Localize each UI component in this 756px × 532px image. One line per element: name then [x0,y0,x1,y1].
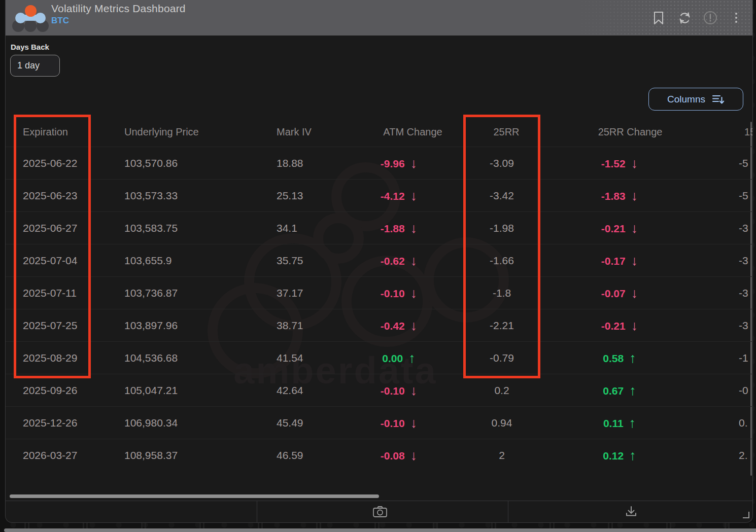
cell-25rr: -3.42 [447,190,557,202]
bottom-panel-scrollbar[interactable] [4,528,756,532]
cell-25rr-change: -1.83↓ [557,188,682,203]
cell-15rr: -1 [682,352,753,364]
cell-25rr-change: -0.21↓ [557,317,682,333]
horizontal-scrollbar[interactable] [10,494,379,498]
table-row[interactable]: 2025-08-29104,536.6841.540.00↑-0.790.58↑… [6,341,753,374]
cell-mark-iv: 45.49 [264,417,351,429]
up-arrow-icon: ↑ [629,415,636,431]
cell-25rr: -3.09 [447,157,557,169]
cell-25rr: -0.79 [447,352,557,364]
bookmark-icon[interactable] [651,11,666,25]
down-arrow-icon: ↓ [410,383,418,398]
cell-15rr: 2. [682,449,753,462]
cell-25rr-change: -1.52↓ [557,155,682,171]
cell-25rr: -1.66 [447,255,557,267]
widget-footer [6,501,752,522]
cell-25rr: 0.94 [447,417,557,429]
cell-atm-change: -0.62↓ [351,253,447,268]
cell-mark-iv: 38.71 [264,320,351,332]
table-row[interactable]: 2025-09-26105,047.2142.64-0.10↓0.20.67↑-… [6,374,753,406]
col-header-underlying-price[interactable]: Underlying Price [112,126,264,138]
cell-25rr: -1.98 [447,222,557,234]
up-arrow-icon: ↑ [629,383,636,398]
cell-expiration: 2025-06-22 [6,157,112,169]
down-arrow-icon: ↓ [410,448,418,463]
cell-mark-iv: 35.75 [264,255,351,267]
widget-titlebar: Volatility Metrics Dashboard BTC [6,0,752,36]
resize-corner-icon[interactable] [743,512,749,518]
col-header-15rr[interactable]: 15 [682,126,753,138]
cell-expiration: 2025-07-04 [6,255,112,267]
cell-expiration: 2025-07-11 [6,287,112,299]
kebab-menu-icon[interactable] [729,11,743,25]
columns-button-label: Columns [667,94,705,105]
volatility-table: Expiration Underlying Price Mark IV ATM … [6,118,753,471]
cell-expiration: 2025-09-26 [6,384,112,397]
cell-expiration: 2025-06-27 [6,222,112,234]
up-arrow-icon: ↑ [629,350,636,366]
table-row[interactable]: 2025-07-25103,897.9638.71-0.42↓-2.21-0.2… [6,309,753,341]
columns-button[interactable]: Columns [648,88,743,111]
cell-atm-change: -0.10↓ [351,285,447,301]
days-back-select[interactable]: 1 day [10,55,60,77]
table-row[interactable]: 2025-07-04103,655.935.75-0.62↓-1.66-0.17… [6,244,753,276]
cell-atm-change: -9.96↓ [351,155,447,171]
table-header-row: Expiration Underlying Price Mark IV ATM … [6,118,753,147]
cell-mark-iv: 34.1 [264,222,351,234]
cell-mark-iv: 42.64 [264,384,351,397]
amberdata-logo-icon [12,4,49,32]
cell-underlying-price: 103,655.9 [112,255,264,267]
table-row[interactable]: 2025-06-27103,583.7534.1-1.88↓-1.98-0.21… [6,211,753,244]
cell-25rr-change: -0.21↓ [557,220,682,236]
cell-underlying-price: 103,583.75 [112,222,264,234]
cell-mark-iv: 46.59 [264,449,351,462]
table-row[interactable]: 2025-06-22103,570.8618.88-9.96↓-3.09-1.5… [6,147,753,179]
refresh-icon[interactable] [677,11,692,25]
cell-15rr: -3 [682,287,753,299]
down-arrow-icon: ↓ [410,286,418,301]
cell-25rr-change: -0.17↓ [557,253,682,268]
up-arrow-icon: ↑ [629,448,636,463]
col-header-mark-iv[interactable]: Mark IV [264,126,351,138]
cell-atm-change: -0.10↓ [351,382,447,398]
camera-icon[interactable] [371,503,389,520]
down-arrow-icon: ↓ [631,253,638,268]
download-icon[interactable] [623,503,640,520]
cell-15rr: -3 [682,320,753,332]
column-filter-icon [711,93,725,105]
cell-15rr: 0. [682,417,753,429]
col-header-atm-change[interactable]: ATM Change [351,126,447,138]
down-arrow-icon: ↓ [631,318,638,333]
cell-25rr: -1.8 [447,287,557,299]
cell-15rr: -3 [682,222,753,234]
col-header-expiration[interactable]: Expiration [6,126,112,138]
cell-expiration: 2025-12-26 [6,417,112,429]
col-header-25rr[interactable]: 25RR [447,126,557,138]
cell-underlying-price: 103,573.33 [112,190,264,202]
down-arrow-icon: ↓ [410,253,418,268]
cell-atm-change: -0.08↓ [351,447,447,463]
cell-mark-iv: 18.88 [264,157,351,169]
cell-atm-change: -1.88↓ [351,220,447,236]
cell-expiration: 2025-06-23 [6,190,112,202]
days-back-label: Days Back [11,43,49,51]
cell-15rr: -3 [682,255,753,267]
table-row[interactable]: 2025-06-23103,573.3325.13-4.12↓-3.42-1.8… [6,179,753,211]
table-row[interactable]: 2025-12-26106,980.3445.49-0.10↓0.940.11↑… [6,406,753,439]
cell-25rr: 2 [447,449,557,462]
cell-expiration: 2025-07-25 [6,320,112,332]
cell-15rr: -5 [682,157,753,169]
cell-expiration: 2025-08-29 [6,352,112,364]
down-arrow-icon: ↓ [631,286,638,301]
cell-atm-change: -4.12↓ [351,188,447,203]
alert-icon[interactable] [703,11,717,25]
col-header-25rr-change[interactable]: 25RR Change [557,126,682,138]
cell-25rr-change: 0.58↑ [557,350,682,366]
table-row[interactable]: 2025-07-11103,736.8737.17-0.10↓-1.8-0.07… [6,276,753,309]
cell-underlying-price: 106,980.34 [112,417,264,429]
cell-underlying-price: 104,536.68 [112,352,264,364]
table-row[interactable]: 2026-03-27108,958.3746.59-0.08↓20.12↑2. [6,439,753,471]
screen: Volatility Metrics Dashboard BTC [0,0,756,532]
cell-mark-iv: 37.17 [264,287,351,299]
down-arrow-icon: ↓ [410,221,418,236]
